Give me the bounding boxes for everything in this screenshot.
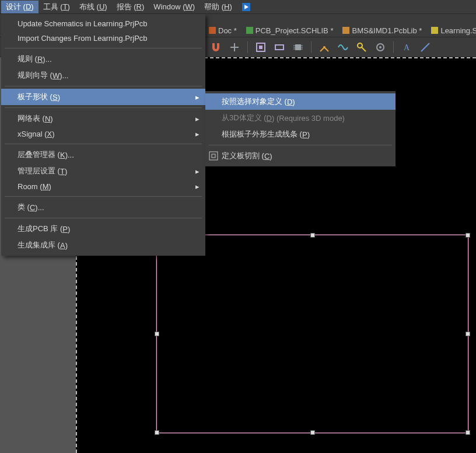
board-shape-submenu: 按照选择对象定义 (D) 从3D体定义 (D) (Requires 3D mod… [205, 91, 396, 166]
menu-item-import-changes[interactable]: Import Changes From Learning.PrjPcb [1, 31, 205, 46]
text-icon[interactable]: A [401, 41, 412, 53]
doc-icon [209, 27, 216, 34]
toolbar-separator [393, 41, 394, 53]
svg-rect-9 [295, 44, 301, 50]
menu-separator [5, 48, 202, 48]
svg-rect-16 [212, 154, 215, 158]
doc-icon [246, 27, 253, 34]
doc-icon [342, 27, 349, 34]
selection-rectangle[interactable] [156, 235, 468, 433]
cutout-icon [209, 151, 218, 161]
menu-separator [5, 218, 202, 218]
menu-item-make-integrated-lib[interactable]: 生成集成库 (A) [1, 237, 205, 253]
magnet-icon[interactable] [210, 41, 222, 53]
toolbar-separator [311, 41, 312, 53]
menu-item-update-schematics[interactable]: Update Schematics in Learning.PrjPcb [1, 16, 205, 31]
submenu-item-define-cutout[interactable]: 定义板切割 (C) [205, 148, 396, 164]
plus-icon[interactable] [229, 41, 240, 53]
svg-rect-7 [259, 46, 262, 49]
wave-icon[interactable] [337, 41, 349, 53]
pad-round-icon[interactable] [374, 41, 386, 53]
menubar-item-tools[interactable]: 工具 (T) [38, 1, 75, 13]
menu-item-netlist[interactable]: 网络表 (N) ▸ [1, 110, 205, 127]
net-orange-icon[interactable] [318, 41, 330, 53]
menubar-item-route[interactable]: 布线 (U) [75, 1, 112, 13]
svg-rect-4 [342, 27, 349, 34]
menu-separator [5, 196, 202, 197]
submenu-arrow-icon: ▸ [195, 130, 200, 138]
menu-separator [5, 144, 202, 144]
menu-item-room[interactable]: Room (M) ▸ [1, 179, 205, 194]
wrench-icon[interactable] [356, 41, 368, 53]
svg-point-10 [323, 46, 326, 48]
menu-separator [209, 145, 392, 145]
svg-rect-8 [275, 45, 284, 50]
svg-rect-2 [209, 27, 216, 34]
menubar-item-help[interactable]: 帮助 (H) [200, 1, 237, 13]
document-tab[interactable]: Learning.SchD [428, 26, 476, 35]
menubar-item-design[interactable]: 设计 (D) [1, 1, 38, 13]
doc-icon [431, 27, 438, 34]
resize-handle[interactable] [310, 430, 315, 435]
menubar-item-reports[interactable]: 报告 (R) [112, 1, 149, 13]
resize-handle[interactable] [466, 430, 470, 435]
resize-handle[interactable] [466, 332, 470, 336]
menu-item-board-shape[interactable]: 板子形状 (S) ▸ [1, 89, 205, 105]
svg-text:A: A [404, 43, 410, 52]
ic-icon[interactable] [292, 41, 304, 53]
svg-rect-3 [246, 27, 253, 34]
menu-item-xsignal[interactable]: xSignal (X) ▸ [1, 127, 205, 141]
pad-square-icon[interactable] [255, 41, 267, 53]
submenu-arrow-icon: ▸ [195, 167, 200, 176]
line-icon[interactable] [419, 41, 431, 53]
submenu-arrow-icon: ▸ [195, 93, 200, 102]
document-tab[interactable]: BMS&IMD1.PcbLib * [339, 26, 425, 35]
resize-handle[interactable] [310, 233, 315, 238]
menu-separator [5, 86, 202, 86]
resize-handle[interactable] [155, 430, 159, 435]
design-menu-dropdown: Update Schematics in Learning.PrjPcb Imp… [1, 14, 205, 256]
menu-item-rules[interactable]: 规则 (R)... [1, 51, 205, 67]
submenu-item-define-from-3d: 从3D体定义 (D) (Requires 3D mode) [205, 110, 396, 126]
menu-item-classes[interactable]: 类 (C)... [1, 199, 205, 215]
submenu-arrow-icon: ▸ [195, 114, 200, 123]
resize-handle[interactable] [466, 233, 470, 238]
play-icon[interactable] [242, 2, 251, 12]
menubar: 设计 (D) 工具 (T) 布线 (U) 报告 (R) Window (W) 帮… [0, 0, 476, 14]
menu-item-make-pcb-lib[interactable]: 生成PCB 库 (P) [1, 221, 205, 237]
submenu-arrow-icon: ▸ [195, 182, 200, 191]
resize-handle[interactable] [155, 332, 159, 336]
document-tab[interactable]: Doc * [205, 26, 240, 35]
svg-rect-5 [431, 27, 438, 34]
document-tab[interactable]: PCB_Project.SCHLIB * [243, 26, 337, 35]
menubar-item-window[interactable]: Window (W) [149, 1, 200, 13]
menu-item-manage-layers[interactable]: 管理层设置 (T) ▸ [1, 163, 205, 179]
pad-rect-icon[interactable] [274, 41, 285, 53]
menu-item-layer-stack[interactable]: 层叠管理器 (K)... [1, 147, 205, 163]
toolbar-separator [247, 41, 248, 53]
submenu-item-create-primitives[interactable]: 根据板子外形生成线条 (P) [205, 126, 396, 142]
submenu-item-define-from-selection[interactable]: 按照选择对象定义 (D) [205, 93, 396, 110]
menu-item-rule-wizard[interactable]: 规则向导 (W)... [1, 67, 205, 83]
menu-separator [5, 107, 202, 108]
svg-point-13 [379, 46, 382, 48]
